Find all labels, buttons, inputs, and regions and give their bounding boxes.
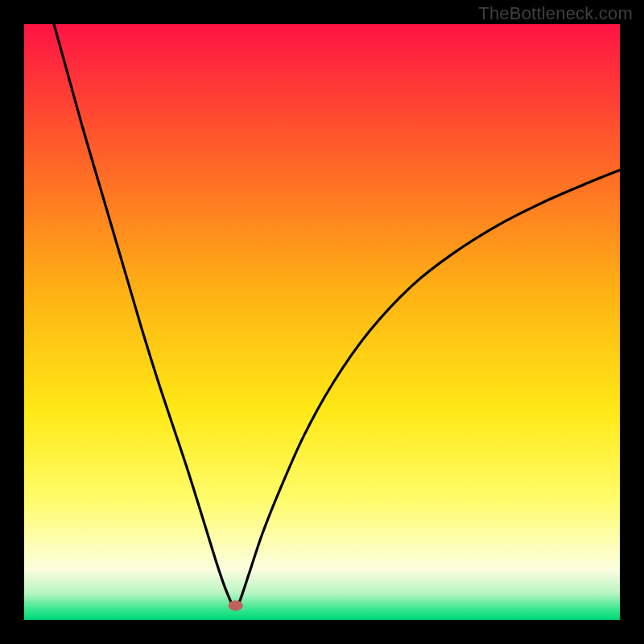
- watermark-text: TheBottleneck.com: [478, 3, 633, 24]
- minimum-marker: [229, 601, 243, 611]
- chart-frame: TheBottleneck.com: [0, 0, 644, 644]
- chart-plot: [24, 24, 620, 620]
- chart-svg: [24, 24, 620, 620]
- chart-background: [24, 24, 620, 620]
